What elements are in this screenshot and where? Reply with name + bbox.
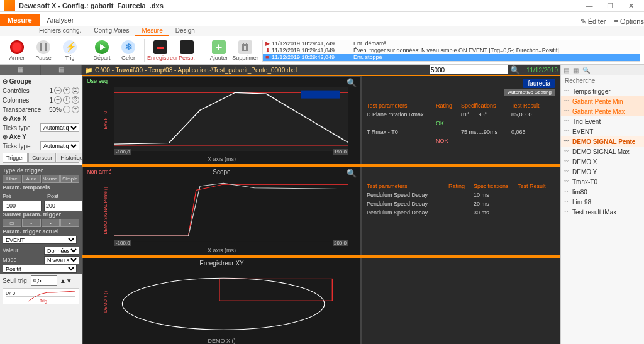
ajouter-button[interactable]: +Ajouter: [206, 40, 232, 61]
geler-button[interactable]: ❄Geler: [115, 40, 142, 61]
wave-icon: 〰: [564, 98, 572, 104]
channel-item[interactable]: 〰Trig Event: [561, 116, 644, 126]
rp-view3-icon[interactable]: 🔍: [582, 67, 590, 74]
wave-icon: 〰: [564, 158, 572, 165]
lp-tab1-icon[interactable]: ▦: [0, 65, 41, 75]
valeur-select[interactable]: Données Réell: [44, 247, 79, 255]
right-panel: ▤▦🔍 🔍 〰Temps trigger〰Gabarit Pente Min〰G…: [560, 65, 644, 344]
depart-button[interactable]: Départ: [89, 40, 115, 61]
trig-normal[interactable]: Normal: [42, 175, 60, 183]
section-groupe: ⊙ Groupe: [3, 78, 79, 85]
channel-label: Lim 98: [572, 199, 591, 206]
channel-item[interactable]: 〰DEMO Y: [561, 167, 644, 177]
channel-search-input[interactable]: [564, 77, 644, 85]
reset-icon[interactable]: ⊙: [72, 87, 79, 94]
direction-select[interactable]: Positif: [3, 265, 77, 273]
trig-libre[interactable]: Libre: [3, 175, 21, 183]
tab-analyser[interactable]: Analyser: [40, 14, 82, 26]
options-link[interactable]: ≡ Options: [614, 18, 644, 25]
window-buttons: — ☐ ✕: [580, 2, 640, 10]
file-path: C:\00 - Travail\00 - Temp\03 - Applicati…: [95, 67, 297, 74]
channel-item[interactable]: 〰DEMO X: [561, 157, 644, 167]
maximize-button[interactable]: ☐: [601, 2, 619, 10]
chart-2-scope[interactable]: Non armé Scope 🔍 DEMO SIGNAL Pente () X …: [82, 167, 361, 255]
subtab-mesure[interactable]: Mesure: [135, 26, 169, 36]
trig-diagram: Lvl 0Trig: [3, 288, 79, 304]
wave-icon: 〰: [564, 189, 572, 195]
channel-item[interactable]: 〰Temps trigger: [561, 86, 644, 96]
wave-icon: 〰: [564, 118, 572, 125]
trig-button[interactable]: Trig: [57, 40, 83, 61]
tab-historique[interactable]: Historique: [57, 153, 82, 162]
channel-label: Temps trigger: [572, 88, 611, 95]
tab-curseur[interactable]: Curseur: [28, 153, 56, 162]
channel-item[interactable]: 〰DEMO SIGNAL Pente: [561, 136, 644, 147]
zoom-icon[interactable]: 🔍: [347, 169, 357, 178]
subtab-design[interactable]: Design: [169, 26, 201, 36]
toolbar: Armer Pause Trig Départ ❄Geler ▬Enregist…: [0, 36, 644, 65]
info-panel-2: Test parametersRatingSpecificationsTest …: [361, 167, 560, 255]
channel-item[interactable]: 〰DEMO SIGNAL Max: [561, 147, 644, 157]
pause-button[interactable]: Pause: [30, 40, 57, 61]
axey-ticks-select[interactable]: Automatique: [40, 141, 79, 150]
wave-icon: 〰: [564, 128, 572, 135]
trig-simple[interactable]: Simple: [60, 175, 79, 183]
pre-input[interactable]: [3, 201, 42, 211]
main-tabs: Mesure Analyser ✎ Éditer ≡ Options: [0, 12, 644, 26]
channel-label: DEMO Y: [572, 169, 597, 175]
folder-icon[interactable]: 📁: [85, 67, 92, 74]
dec-icon[interactable]: –: [54, 87, 62, 94]
close-button[interactable]: ✕: [621, 2, 640, 10]
channel-item[interactable]: 〰Gabarit Pente Min: [561, 96, 644, 106]
rp-view1-icon[interactable]: ▤: [564, 67, 569, 74]
perso-button[interactable]: Perso.: [174, 40, 200, 61]
channel-item[interactable]: 〰lim80: [561, 187, 644, 197]
param-act-label: Param. trigger actuel: [3, 228, 79, 235]
type-trigger-label: Type de trigger: [3, 167, 79, 174]
wave-icon: 〰: [564, 199, 572, 205]
chart-3-xy[interactable]: Enregistreur XY DEMO Y () DEMO X (): [82, 258, 361, 344]
post-input[interactable]: [44, 201, 82, 211]
tab-mesure[interactable]: Mesure: [0, 14, 40, 26]
info-panel-1: faurecia Automotive Seating Test paramet…: [361, 76, 560, 164]
seuil-input[interactable]: [31, 275, 57, 286]
search-icon[interactable]: 🔍: [510, 65, 520, 75]
editer-link[interactable]: ✎ Éditer: [580, 18, 606, 25]
zoom-icon[interactable]: 🔍: [347, 78, 357, 87]
lp-tab2-icon[interactable]: ▤: [41, 65, 82, 75]
channel-item[interactable]: 〰Test result tMax: [561, 207, 644, 217]
info-panel-3: [361, 258, 560, 344]
path-value-input[interactable]: [430, 65, 508, 74]
app-logo: [4, 0, 15, 11]
armer-button[interactable]: Armer: [4, 40, 30, 61]
channel-item[interactable]: 〰Tmax-T0: [561, 177, 644, 187]
left-panel: ▦▤ ⊙ Groupe Contrôles1–+⊙ Colonnes1–+⊙ T…: [0, 65, 82, 344]
channel-item[interactable]: 〰Lim 98: [561, 197, 644, 207]
channel-label: EVENT: [572, 128, 593, 135]
wave-icon: 〰: [564, 169, 572, 175]
mode-select[interactable]: Niveau simple: [44, 256, 79, 264]
save-slot[interactable]: ▭: [3, 219, 21, 227]
subtab-voies[interactable]: Config.Voies: [87, 26, 135, 36]
wave-icon: 〰: [564, 138, 572, 145]
inc-icon[interactable]: +: [63, 87, 70, 94]
axex-ticks-select[interactable]: Automatique: [40, 123, 79, 132]
channel-label: Tmax-T0: [572, 179, 597, 186]
event-select[interactable]: EVENT: [3, 236, 77, 244]
channel-item[interactable]: 〰Gabarit Pente Max: [561, 106, 644, 116]
supprimer-button[interactable]: 🗑Supprimer: [232, 40, 258, 61]
subtab-files[interactable]: Fichiers config.: [33, 26, 87, 36]
wave-icon: 〰: [564, 108, 572, 114]
param-temp-label: Param. temporels: [3, 184, 79, 191]
tab-trigger[interactable]: Trigger: [3, 153, 28, 162]
titlebar: Dewesoft X - Config.: gabarit_Faurecia_.…: [0, 0, 644, 12]
event-log[interactable]: ▶11/12/2019 18:29:41,749Enr. démarré ⬇11…: [262, 40, 640, 62]
channel-label: Gabarit Pente Min: [572, 98, 623, 105]
chart-1[interactable]: Use seq 🔍 EVENT 0 X axis (ms) -100,0 199…: [82, 76, 361, 164]
channel-item[interactable]: 〰EVENT: [561, 126, 644, 136]
trig-auto[interactable]: Auto: [22, 175, 41, 183]
center-area: 📁 C:\00 - Travail\00 - Temp\03 - Applica…: [82, 65, 560, 344]
enregistreur-button[interactable]: ▬Enregistreur: [147, 40, 174, 61]
rp-view2-icon[interactable]: ▦: [573, 67, 579, 74]
minimize-button[interactable]: —: [580, 2, 599, 9]
